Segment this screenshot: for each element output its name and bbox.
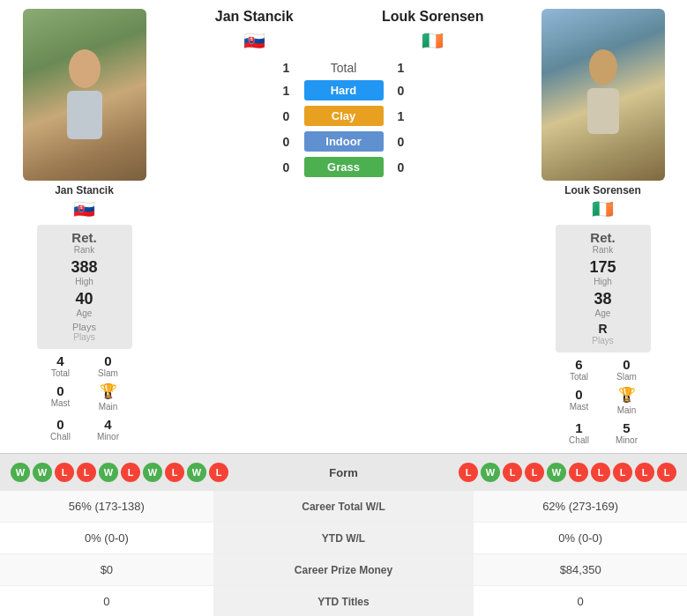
hard-p1: 1 — [276, 84, 297, 98]
player1-plays-sublabel: Plays — [41, 332, 129, 342]
player2-flag: 🇮🇪 — [592, 198, 614, 219]
player2-main-label: Main — [603, 405, 651, 415]
grass-badge: Grass — [304, 157, 384, 177]
player1-name: Jan Stancik — [55, 184, 114, 197]
svg-point-5 — [591, 52, 616, 80]
player1-high-value: 388 — [41, 258, 129, 277]
form-badge-l: L — [657, 463, 676, 482]
center-column: Jan Stancik Louk Sorensen 🇸🇰 🇮🇪 1 Total … — [165, 9, 522, 180]
hard-p2: 0 — [391, 84, 412, 98]
player1-stats-block: Ret. Rank 388 High 40 Age Plays Plays — [37, 225, 132, 349]
total-p1: 1 — [276, 61, 297, 75]
form-badge-w: W — [143, 463, 162, 482]
player2-rank-value: Ret. — [559, 230, 647, 245]
grass-row: 0 Grass 0 — [165, 157, 522, 177]
p2-name-header: Louk Sorensen — [344, 9, 523, 25]
player2-high-label: High — [559, 277, 647, 286]
player1-flag: 🇸🇰 — [73, 198, 95, 219]
form-badge-l: L — [503, 463, 522, 482]
total-p2: 1 — [391, 61, 412, 75]
career-wl-label: Career Total W/L — [213, 491, 474, 523]
form-badge-l: L — [121, 463, 140, 482]
p1-name-header: Jan Stancik — [165, 9, 344, 25]
titles-label: YTD Titles — [213, 586, 474, 617]
trophy-icon-p2: 🏆 — [618, 387, 636, 402]
form-badge-l: L — [591, 463, 610, 482]
form-badge-w: W — [11, 463, 30, 482]
main-container: Jan Stancik 🇸🇰 Ret. Rank 388 High 40 Age… — [0, 0, 687, 616]
ytd-wl-label: YTD W/L — [213, 523, 474, 554]
player1-slam-value: 0 — [85, 353, 132, 368]
p1-prize: $0 — [0, 554, 213, 586]
player2-minor-value: 5 — [603, 420, 651, 435]
clay-p1: 0 — [276, 109, 297, 123]
clay-row: 0 Clay 1 — [165, 106, 522, 126]
stats-table: 56% (173-138) Career Total W/L 62% (273-… — [0, 491, 687, 616]
player2-minor-label: Minor — [603, 435, 651, 445]
player1-rank-label: Rank — [41, 245, 129, 255]
player2-mast-value: 0 — [556, 387, 603, 402]
indoor-p1: 0 — [276, 135, 297, 149]
player2-name: Louk Sorensen — [564, 184, 641, 197]
titles-row: 0 YTD Titles 0 — [0, 586, 687, 617]
player2-form: LWLLWLLLLL — [459, 463, 676, 482]
player2-age-label: Age — [559, 308, 647, 318]
player1-photo — [23, 9, 146, 181]
grass-p2: 0 — [391, 160, 412, 174]
form-section: WWLLWLWLWL Form LWLLWLLLLL — [0, 453, 687, 491]
player2-total-value: 6 — [556, 357, 603, 372]
p2-prize: $84,350 — [474, 554, 687, 586]
player1-plays-label: Plays — [41, 322, 129, 332]
player2-rank-label: Rank — [559, 245, 647, 255]
player2-slam-label: Slam — [603, 372, 651, 382]
form-badge-w: W — [547, 463, 566, 482]
player2-age-value: 38 — [559, 290, 647, 308]
player1-grid-stats: 4 Total 0 Slam 0 Mast 🏆 0 Main — [37, 351, 132, 444]
player2-high-value: 175 — [559, 258, 647, 277]
clay-badge: Clay — [304, 106, 384, 126]
player1-slam-label: Slam — [85, 368, 132, 378]
player2-mast-label: Mast — [556, 402, 603, 412]
p2-career-wl: 62% (273-169) — [474, 491, 687, 523]
player1-age-value: 40 — [41, 290, 129, 308]
form-badge-l: L — [525, 463, 544, 482]
form-badge-w: W — [99, 463, 118, 482]
p1-flag-center: 🇸🇰 — [165, 30, 344, 51]
player2-plays-value: R — [559, 322, 647, 336]
hard-row: 1 Hard 0 — [165, 80, 522, 100]
career-wl-row: 56% (173-138) Career Total W/L 62% (273-… — [0, 491, 687, 523]
player1-card: Jan Stancik 🇸🇰 Ret. Rank 388 High 40 Age… — [7, 9, 161, 444]
player1-high-label: High — [41, 277, 129, 286]
form-badge-l: L — [55, 463, 74, 482]
trophy-icon-p1: 🏆 — [100, 383, 117, 398]
form-badge-l: L — [77, 463, 96, 482]
p1-ytd-wl: 0% (0-0) — [0, 523, 213, 554]
names-header: Jan Stancik Louk Sorensen — [165, 9, 522, 25]
clay-p2: 1 — [391, 109, 412, 123]
svg-rect-4 — [587, 88, 619, 134]
svg-rect-1 — [67, 91, 102, 139]
prize-row: $0 Career Prize Money $84,350 — [0, 554, 687, 586]
prize-label: Career Prize Money — [213, 554, 474, 586]
form-badge-l: L — [165, 463, 184, 482]
player1-total-label: Total — [37, 368, 85, 378]
form-badge-l: L — [569, 463, 588, 482]
form-badge-l: L — [209, 463, 228, 482]
player2-grid-stats: 6 Total 0 Slam 0 Mast 🏆 0 Main — [556, 354, 651, 448]
p2-flag-center: 🇮🇪 — [344, 30, 523, 51]
p1-career-wl: 56% (173-138) — [0, 491, 213, 523]
form-badge-l: L — [635, 463, 654, 482]
player1-rank-value: Ret. — [41, 230, 129, 245]
player2-stats-block: Ret. Rank 175 High 38 Age R Plays — [556, 225, 651, 353]
player2-chall-label: Chall — [556, 435, 603, 445]
player1-form: WWLLWLWLWL — [11, 463, 228, 482]
top-row: Jan Stancik 🇸🇰 Ret. Rank 388 High 40 Age… — [0, 0, 687, 453]
form-badge-l: L — [459, 463, 478, 482]
player2-photo — [541, 9, 665, 181]
player2-chall-value: 1 — [556, 420, 603, 435]
indoor-p2: 0 — [391, 135, 412, 149]
player1-main-label: Main — [85, 402, 132, 412]
form-badge-w: W — [187, 463, 206, 482]
ytd-wl-row: 0% (0-0) YTD W/L 0% (0-0) — [0, 523, 687, 554]
player1-age-label: Age — [41, 308, 129, 318]
